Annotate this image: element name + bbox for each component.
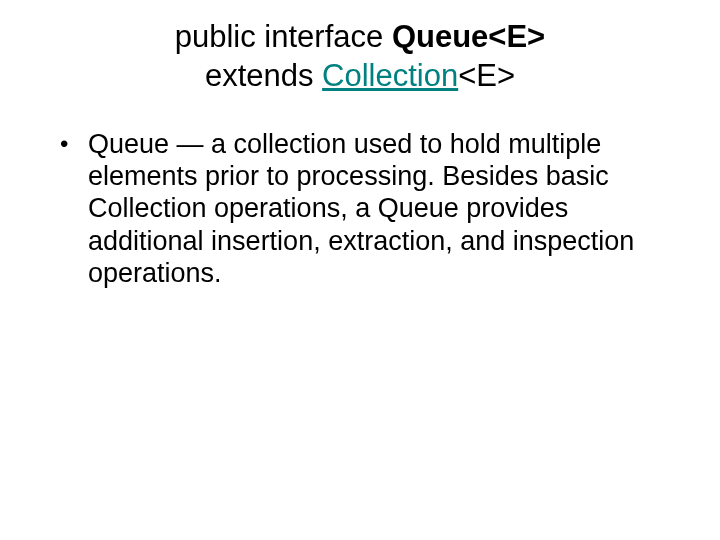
slide-body-list: Queue — a collection used to hold multip… [48, 128, 672, 290]
slide: public interface Queue<E> extends Collec… [0, 0, 720, 540]
title-link-collection[interactable]: Collection [322, 58, 458, 93]
title-text-5: <E> [458, 58, 515, 93]
slide-title: public interface Queue<E> extends Collec… [48, 18, 672, 96]
list-item: Queue — a collection used to hold multip… [60, 128, 672, 290]
title-text-3: extends [205, 58, 322, 93]
title-text-1: public interface [175, 19, 392, 54]
title-text-bold: Queue<E> [392, 19, 545, 54]
